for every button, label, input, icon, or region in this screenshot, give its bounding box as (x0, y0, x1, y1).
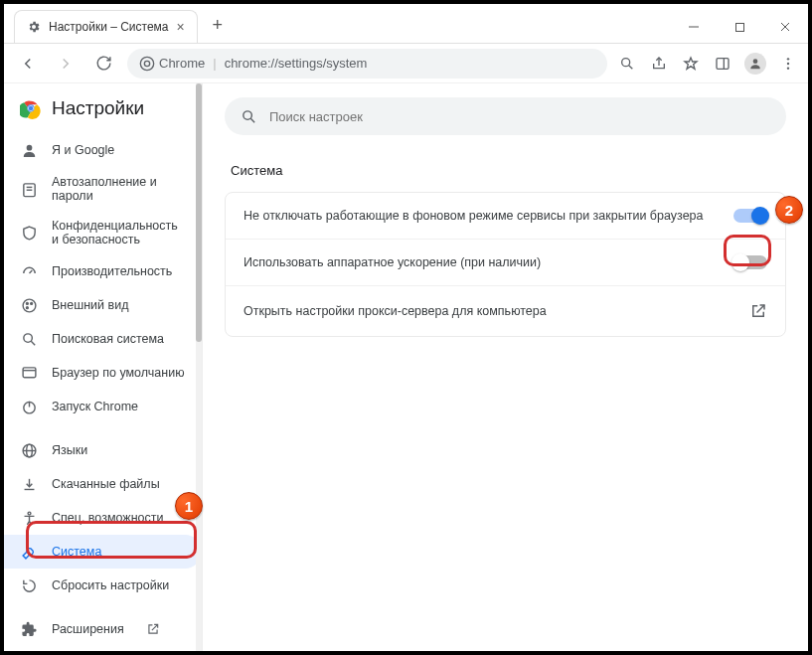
svg-rect-28 (23, 367, 36, 377)
row-label: Использовать аппаратное ускорение (при н… (244, 255, 541, 269)
wrench-icon (20, 543, 38, 561)
sidebar-item-label: Производительность (52, 264, 172, 278)
palette-icon (20, 296, 38, 314)
svg-point-5 (144, 61, 149, 66)
download-icon (20, 475, 38, 493)
annotation-badge-1: 1 (175, 492, 203, 520)
sidebar-item-privacy[interactable]: Конфиденциальность и безопасность (4, 211, 202, 254)
reset-icon (20, 576, 38, 594)
bookmark-star-icon[interactable] (681, 54, 701, 74)
sidebar-item-reset[interactable]: Сбросить настройки (4, 569, 202, 602)
sidebar-item-system[interactable]: Система (4, 535, 202, 569)
sidebar-item-label: Внешний вид (52, 298, 128, 312)
system-card: Не отключать работающие в фоновом режиме… (225, 192, 786, 337)
sidebar-item-search-engine[interactable]: Поисковая система (4, 322, 202, 356)
svg-point-26 (23, 333, 31, 342)
settings-main: Система Не отключать работающие в фоново… (203, 83, 808, 651)
svg-point-12 (787, 62, 789, 64)
autofill-icon (20, 180, 38, 198)
sidebar-item-label: Запуск Chrome (52, 400, 138, 413)
omnibox[interactable]: Chrome | chrome://settings/system (127, 49, 607, 79)
sidebar-item-languages[interactable]: Языки (4, 433, 202, 467)
window-minimize-button[interactable] (671, 11, 717, 43)
gear-icon (27, 20, 41, 34)
sidebar-item-accessibility[interactable]: Спец. возможности (4, 501, 202, 535)
omnibox-app-label: Chrome (159, 56, 205, 71)
section-title: Система (231, 163, 780, 178)
omnibox-separator: | (213, 56, 216, 71)
speedometer-icon (20, 262, 38, 280)
svg-rect-8 (717, 58, 729, 69)
sidebar-item-label: Расширения (52, 622, 124, 636)
svg-point-24 (30, 302, 32, 304)
accessibility-icon (20, 509, 38, 527)
sidebar-item-autofill[interactable]: Автозаполнение и пароли (4, 167, 202, 211)
settings-search-input[interactable] (269, 109, 770, 124)
sidebar-item-default-browser[interactable]: Браузер по умолчанию (4, 356, 202, 390)
window-close-button[interactable] (762, 11, 808, 43)
row-label: Открыть настройки прокси-сервера для ком… (244, 304, 547, 318)
shield-icon (20, 224, 38, 242)
svg-point-13 (787, 67, 789, 69)
side-panel-icon[interactable] (713, 54, 732, 74)
close-tab-icon[interactable]: × (177, 19, 185, 35)
settings-brand: Настройки (4, 97, 202, 133)
svg-point-6 (622, 58, 630, 66)
sidebar-item-label: Конфиденциальность и безопасность (52, 219, 186, 246)
search-icon (241, 108, 257, 125)
row-proxy-settings[interactable]: Открыть настройки прокси-сервера для ком… (226, 285, 785, 336)
window-titlebar: Настройки – Система × + (4, 4, 808, 44)
omnibox-url: chrome://settings/system (225, 56, 368, 71)
back-button[interactable] (14, 50, 42, 78)
sidebar-item-label: Автозаполнение и пароли (52, 175, 186, 203)
forward-button[interactable] (52, 50, 80, 78)
new-tab-button[interactable]: + (204, 11, 232, 39)
sidebar-item-downloads[interactable]: Скачанные файлы (4, 467, 202, 501)
reload-button[interactable] (89, 50, 117, 78)
svg-point-10 (753, 59, 758, 64)
svg-line-38 (250, 118, 254, 122)
sidebar-item-appearance[interactable]: Внешний вид (4, 288, 202, 322)
toggle-background-apps[interactable] (733, 209, 767, 223)
person-icon (20, 141, 38, 159)
share-icon[interactable] (649, 54, 669, 74)
profile-avatar[interactable] (744, 53, 766, 75)
sidebar-item-label: Спец. возможности (52, 511, 163, 525)
toggle-hardware-acceleration[interactable] (733, 255, 767, 269)
kebab-menu-icon[interactable] (778, 54, 798, 74)
open-in-new-icon (749, 302, 767, 320)
settings-title: Настройки (52, 97, 144, 119)
sidebar-item-label: Система (52, 545, 101, 559)
tab-title: Настройки – Система (49, 20, 169, 34)
sidebar-item-on-startup[interactable]: Запуск Chrome (4, 390, 202, 423)
svg-point-22 (23, 299, 36, 312)
sidebar-item-performance[interactable]: Производительность (4, 254, 202, 288)
svg-point-11 (787, 58, 789, 60)
window-maximize-button[interactable] (717, 11, 762, 43)
row-background-apps: Не отключать работающие в фоновом режиме… (226, 193, 785, 239)
settings-search[interactable] (225, 97, 786, 135)
annotation-badge-2: 2 (775, 196, 803, 224)
sidebar-item-label: Скачанные файлы (52, 477, 160, 491)
sidebar-item-extensions[interactable]: Расширения (4, 612, 202, 646)
sidebar-item-label: Сбросить настройки (52, 578, 169, 592)
power-icon (20, 398, 38, 415)
svg-point-36 (28, 512, 31, 515)
browser-tab[interactable]: Настройки – Система × (14, 10, 198, 43)
svg-point-23 (26, 302, 28, 304)
sidebar-item-label: Браузер по умолчанию (52, 366, 185, 380)
sidebar-item-label: Поисковая система (52, 332, 164, 346)
svg-line-21 (29, 270, 32, 273)
sidebar-item-label: Языки (52, 443, 87, 457)
sidebar-scrollbar-thumb[interactable] (196, 83, 202, 342)
window-controls (671, 11, 808, 43)
svg-point-4 (140, 57, 153, 70)
globe-icon (20, 441, 38, 459)
extension-icon (20, 620, 38, 638)
chrome-logo-icon: Chrome (139, 56, 205, 72)
open-in-new-icon (144, 620, 162, 638)
svg-point-17 (26, 144, 32, 150)
sidebar-item-label: Я и Google (52, 143, 114, 157)
sidebar-item-you-and-google[interactable]: Я и Google (4, 133, 202, 167)
search-icon[interactable] (617, 54, 637, 74)
